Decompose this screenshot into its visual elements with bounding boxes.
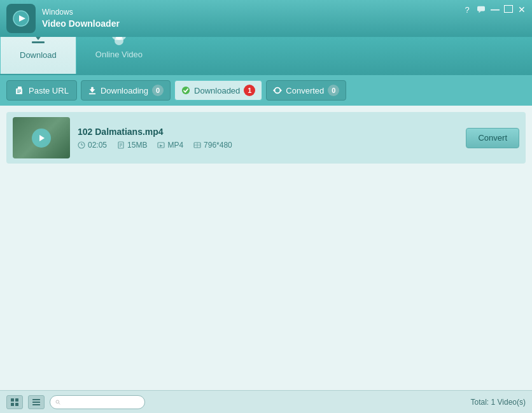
meta-size: 15MB (117, 141, 147, 150)
downloading-label: Downloading (101, 86, 148, 95)
help-icon[interactable]: ? (462, 5, 472, 14)
titlebar: Windows Video Downloader ? — ✕ (0, 0, 532, 37)
restore-button[interactable] (504, 5, 513, 13)
converted-label: Converted (286, 86, 324, 95)
video-info: 102 Dalmatians.mp4 02:05 (78, 127, 458, 150)
grid-view-button[interactable] (6, 395, 23, 409)
format-value: MP4 (167, 141, 183, 150)
search-input[interactable] (63, 398, 139, 407)
minimize-button[interactable]: — (490, 5, 500, 14)
svg-rect-4 (32, 41, 45, 43)
converted-tab-btn[interactable]: Converted 0 (266, 80, 346, 101)
convert-button[interactable]: Convert (466, 128, 519, 148)
paste-url-button[interactable]: Paste URL (6, 80, 77, 101)
meta-resolution: 796*480 (193, 141, 232, 150)
svg-rect-35 (11, 398, 14, 402)
size-value: 15MB (127, 141, 147, 150)
close-button[interactable]: ✕ (517, 5, 527, 14)
downloading-count-badge: 0 (152, 85, 164, 96)
nav-tabs: Download Online Video (0, 37, 532, 75)
svg-rect-41 (32, 404, 40, 405)
meta-format: MP4 (157, 141, 183, 150)
converted-count-badge: 0 (328, 85, 339, 96)
tab-online-video-label: Online Video (95, 50, 143, 59)
svg-marker-20 (281, 88, 283, 92)
video-title: 102 Dalmatians.mp4 (78, 127, 458, 137)
svg-rect-39 (32, 399, 40, 400)
svg-rect-17 (91, 87, 94, 90)
svg-rect-15 (17, 92, 20, 93)
play-overlay (32, 129, 51, 148)
chat-icon[interactable] (476, 5, 486, 14)
statusbar: Total: 1 Video(s) (0, 390, 532, 413)
downloaded-tab-btn[interactable]: Downloaded 1 (174, 80, 262, 101)
svg-rect-13 (17, 90, 21, 90)
app-window: Windows Video Downloader ? — ✕ (0, 0, 532, 413)
search-box[interactable] (50, 395, 145, 409)
total-count-label: Total: 1 Video(s) (471, 398, 526, 407)
svg-marker-31 (160, 144, 163, 147)
window-controls: ? — ✕ (462, 5, 527, 14)
svg-marker-21 (273, 88, 275, 92)
video-meta: 02:05 15MB (78, 141, 458, 150)
toolbar: Paste URL Downloading 0 Downloaded 1 (0, 75, 532, 106)
downloaded-count-badge: 1 (244, 85, 255, 96)
resolution-value: 796*480 (204, 141, 232, 150)
svg-marker-3 (479, 11, 481, 13)
svg-rect-38 (15, 403, 18, 406)
svg-rect-37 (11, 403, 14, 406)
downloaded-label: Downloaded (194, 86, 240, 95)
app-name: Windows Video Downloader (42, 7, 120, 30)
tab-download-label: Download (20, 50, 57, 60)
app-logo (6, 4, 36, 33)
meta-duration: 02:05 (78, 141, 107, 150)
svg-rect-12 (18, 87, 22, 89)
svg-rect-40 (32, 402, 40, 403)
svg-rect-18 (89, 93, 96, 94)
content-area: 102 Dalmatians.mp4 02:05 (0, 106, 532, 413)
downloading-tab-btn[interactable]: Downloading 0 (81, 80, 171, 101)
duration-value: 02:05 (88, 141, 107, 150)
svg-point-19 (182, 87, 190, 94)
svg-line-43 (59, 403, 60, 404)
video-thumbnail (13, 117, 70, 158)
video-item: 102 Dalmatians.mp4 02:05 (6, 112, 526, 164)
list-view-button[interactable] (28, 395, 45, 409)
svg-rect-36 (15, 398, 18, 402)
svg-marker-22 (39, 135, 45, 141)
svg-point-42 (56, 400, 59, 403)
svg-rect-2 (477, 6, 485, 11)
svg-rect-14 (17, 91, 21, 92)
paste-url-label: Paste URL (29, 86, 69, 95)
